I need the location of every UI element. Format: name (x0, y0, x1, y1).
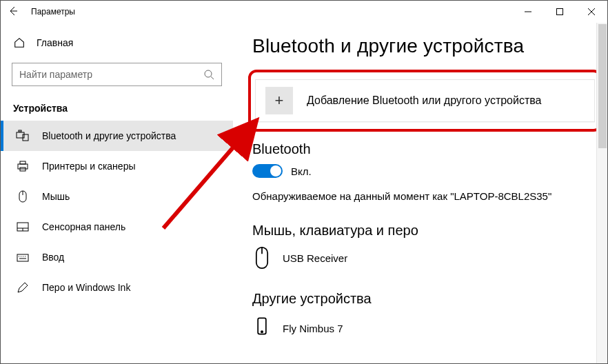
nav-label: Ввод (42, 252, 64, 263)
minimize-button[interactable] (512, 1, 544, 23)
mouse-heading: Мышь, клавиатура и перо (252, 223, 600, 239)
device-label: USB Receiver (283, 252, 347, 264)
nav-item-bluetooth[interactable]: Bluetooth и другие устройства (1, 121, 233, 151)
svg-rect-4 (19, 130, 21, 132)
bluetooth-state: Вкл. (291, 165, 312, 177)
svg-rect-10 (17, 254, 28, 261)
content-area: Bluetooth и другие устройства + Добавлен… (233, 23, 607, 363)
close-button[interactable] (576, 1, 607, 23)
back-button[interactable] (8, 6, 19, 19)
search-placeholder: Найти параметр (19, 69, 92, 80)
add-device-button[interactable]: + Добавление Bluetooth или другого устро… (255, 79, 595, 122)
keyboard-icon (16, 250, 30, 264)
nav-label: Принтеры и сканеры (42, 161, 135, 172)
printer-icon (16, 159, 30, 173)
touchpad-icon (16, 220, 30, 234)
svg-rect-0 (557, 9, 563, 15)
discoverable-text: Обнаруживаемое на данный момент как "LAP… (252, 190, 600, 202)
nav-label: Сенсорная панель (42, 221, 125, 232)
pen-icon (16, 281, 30, 294)
phone-icon (252, 314, 272, 343)
titlebar: Параметры (1, 1, 607, 23)
nav-label: Мышь (42, 191, 70, 202)
svg-rect-6 (20, 161, 26, 164)
nav-item-mouse[interactable]: Мышь (1, 181, 233, 212)
search-input[interactable]: Найти параметр (12, 63, 222, 86)
search-icon (203, 69, 214, 80)
home-icon (13, 37, 26, 49)
settings-window: Параметры Главная Найти параметр Устройс… (0, 0, 608, 364)
device-usb-receiver[interactable]: USB Receiver (252, 245, 600, 270)
svg-point-13 (261, 331, 263, 332)
home-label: Главная (37, 37, 73, 48)
annotation-highlight: + Добавление Bluetooth или другого устро… (248, 70, 602, 132)
nav-item-typing[interactable]: Ввод (1, 242, 233, 272)
nav-label: Перо и Windows Ink (42, 282, 130, 293)
page-title: Bluetooth и другие устройства (252, 35, 600, 57)
nav-list: Bluetooth и другие устройства Принтеры и… (1, 121, 233, 303)
nav-item-printers[interactable]: Принтеры и сканеры (1, 151, 233, 181)
home-link[interactable]: Главная (1, 31, 233, 54)
nav-item-touchpad[interactable]: Сенсорная панель (1, 212, 233, 242)
maximize-icon (556, 8, 563, 15)
devices-icon (16, 129, 30, 143)
minimize-icon (525, 8, 531, 15)
scrollbar[interactable] (596, 23, 607, 363)
close-icon (588, 8, 595, 15)
device-fly-nimbus[interactable]: Fly Nimbus 7 (252, 314, 600, 343)
nav-item-pen[interactable]: Перо и Windows Ink (1, 272, 233, 303)
plus-icon: + (265, 87, 293, 114)
svg-rect-5 (18, 164, 28, 169)
add-device-label: Добавление Bluetooth или другого устройс… (307, 94, 542, 107)
bluetooth-heading: Bluetooth (252, 141, 600, 157)
maximize-button[interactable] (544, 1, 576, 23)
mouse-icon (16, 190, 30, 203)
back-arrow-icon (8, 6, 19, 17)
mouse-device-icon (252, 245, 272, 270)
other-heading: Другие устройства (252, 291, 600, 307)
nav-label: Bluetooth и другие устройства (42, 130, 176, 141)
nav-group-label: Устройства (1, 86, 233, 121)
scrollbar-thumb[interactable] (598, 24, 607, 148)
svg-point-1 (205, 70, 212, 77)
sidebar: Главная Найти параметр Устройства Blueto… (1, 23, 233, 363)
device-label: Fly Nimbus 7 (283, 323, 343, 334)
bluetooth-toggle[interactable] (252, 164, 283, 178)
app-name: Параметры (31, 7, 75, 17)
